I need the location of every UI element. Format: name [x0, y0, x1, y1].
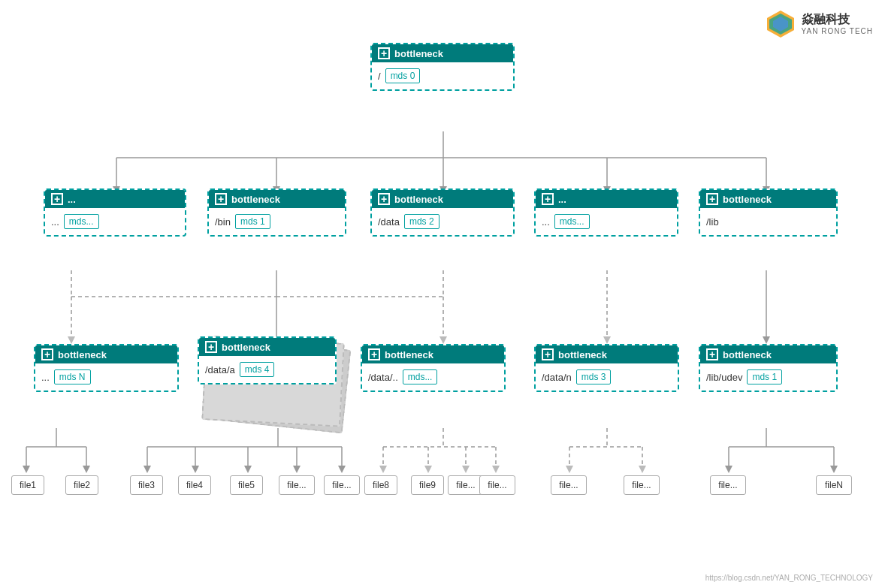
file-node-file14: file... — [710, 475, 746, 495]
expand-icon[interactable]: + — [378, 47, 390, 59]
svg-marker-40 — [244, 466, 252, 473]
n6-node: + bottleneck ... mds N — [34, 344, 179, 392]
n4-path: ... — [542, 216, 550, 228]
n6-path: ... — [41, 372, 50, 383]
svg-marker-30 — [23, 466, 30, 473]
watermark: https://blog.csdn.net/YAN_RONG_TECHNOLOG… — [705, 574, 873, 582]
n1-node: + ... ... mds... — [44, 188, 186, 237]
file-node-file1: file1 — [11, 475, 44, 495]
file-node-fileN: fileN — [816, 475, 852, 495]
n4-expand-icon[interactable]: + — [542, 193, 554, 205]
n2-mds: mds 1 — [235, 214, 270, 229]
n4-node: + ... ... mds... — [534, 188, 678, 237]
svg-marker-48 — [379, 466, 387, 473]
n4-mds: mds... — [554, 214, 590, 229]
file-node-file2: file2 — [65, 475, 98, 495]
svg-marker-32 — [83, 466, 90, 473]
logo: 焱融科技 YAN RONG TECH — [766, 9, 873, 39]
n10-label: bottleneck — [723, 349, 772, 360]
root-path: / — [378, 71, 381, 82]
n5-path: /lib — [706, 216, 719, 228]
n8-label: bottleneck — [385, 349, 433, 360]
n6-label: bottleneck — [58, 349, 107, 360]
n7-mds: mds 4 — [240, 362, 275, 377]
svg-marker-60 — [639, 466, 646, 473]
n3-expand-icon[interactable]: + — [378, 193, 390, 205]
n6-expand-icon[interactable]: + — [41, 348, 53, 360]
n9-mds: mds 3 — [576, 369, 612, 384]
n9-label: bottleneck — [558, 349, 607, 360]
svg-marker-44 — [338, 466, 346, 473]
n10-expand-icon[interactable]: + — [706, 348, 718, 360]
n3-node: + bottleneck /data mds 2 — [370, 188, 515, 237]
n3-path: /data — [378, 216, 400, 228]
n10-path: /lib/udev — [706, 372, 742, 383]
n7-expand-icon[interactable]: + — [205, 341, 217, 353]
svg-marker-36 — [143, 466, 151, 473]
file-node-file5: file5 — [230, 475, 263, 495]
svg-marker-58 — [566, 466, 573, 473]
svg-marker-66 — [830, 466, 838, 473]
n5-expand-icon[interactable]: + — [706, 193, 718, 205]
logo-en: YAN RONG TECH — [802, 27, 873, 36]
n7-path: /data/a — [205, 364, 235, 375]
file-node-file8: file8 — [364, 475, 397, 495]
file-node-file13: file... — [624, 475, 660, 495]
root-mds: mds 0 — [385, 68, 421, 83]
n9-expand-icon[interactable]: + — [542, 348, 554, 360]
svg-marker-42 — [293, 466, 301, 473]
n6-mds: mds N — [54, 369, 91, 384]
n8-expand-icon[interactable]: + — [368, 348, 380, 360]
svg-marker-52 — [462, 466, 470, 473]
file-node-file9: file9 — [411, 475, 444, 495]
svg-marker-24 — [603, 336, 611, 344]
n2-label: bottleneck — [231, 194, 280, 205]
root-node-label: bottleneck — [394, 48, 443, 59]
file-node-file12: file... — [551, 475, 587, 495]
n1-label: ... — [68, 194, 76, 205]
n2-path: /bin — [215, 216, 231, 228]
n7-label: bottleneck — [222, 342, 270, 353]
file-node-file10: file... — [448, 475, 484, 495]
n2-expand-icon[interactable]: + — [215, 193, 227, 205]
n10-mds: mds 1 — [747, 369, 782, 384]
n4-label: ... — [558, 194, 566, 205]
logo-icon — [766, 9, 796, 39]
svg-marker-26 — [763, 336, 770, 344]
n9-path: /data/n — [542, 372, 572, 383]
n1-mds: mds... — [64, 214, 99, 229]
n3-mds: mds 2 — [404, 214, 439, 229]
n8-node: + bottleneck /data/.. mds... — [361, 344, 506, 392]
n1-path: ... — [51, 216, 59, 228]
file-node-file3: file3 — [130, 475, 163, 495]
logo-text: 焱融科技 YAN RONG TECH — [802, 12, 873, 35]
svg-marker-54 — [492, 466, 500, 473]
root-node: + bottleneck / mds 0 — [370, 43, 515, 91]
n3-label: bottleneck — [394, 194, 443, 205]
logo-cn: 焱融科技 — [802, 12, 873, 26]
file-node-file7: file... — [324, 475, 360, 495]
file-node-file11: file... — [479, 475, 515, 495]
n8-path: /data/.. — [368, 372, 398, 383]
n10-node: + bottleneck /lib/udev mds 1 — [699, 344, 838, 392]
svg-marker-22 — [439, 336, 447, 344]
n8-mds: mds... — [403, 369, 438, 384]
n9-node: + bottleneck /data/n mds 3 — [534, 344, 679, 392]
svg-marker-38 — [192, 466, 199, 473]
n1-expand-icon[interactable]: + — [51, 193, 63, 205]
n2-node: + bottleneck /bin mds 1 — [207, 188, 346, 237]
svg-marker-14 — [68, 336, 75, 344]
svg-marker-50 — [424, 466, 432, 473]
svg-marker-64 — [725, 466, 732, 473]
n7-node: + bottleneck /data/a mds 4 — [198, 336, 337, 384]
file-node-file4: file4 — [178, 475, 211, 495]
file-node-file6: file... — [279, 475, 315, 495]
n5-node: + bottleneck /lib — [699, 188, 838, 237]
n5-label: bottleneck — [723, 194, 772, 205]
root-node-header: + bottleneck — [372, 44, 513, 62]
